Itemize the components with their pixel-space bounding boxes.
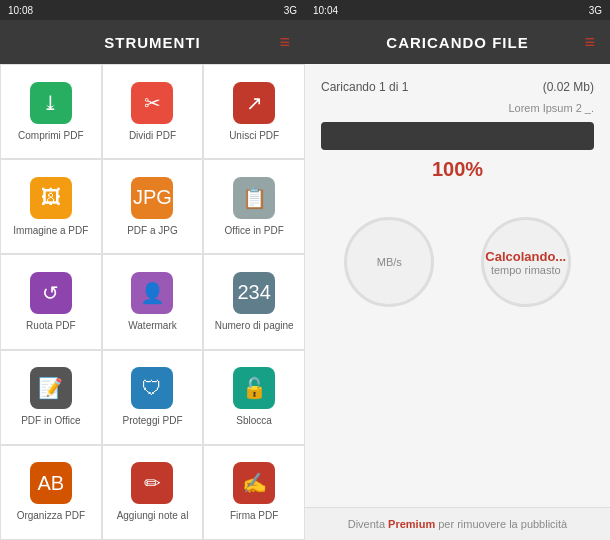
dividi-pdf-label: Dividi PDF (129, 129, 176, 142)
organizza-pdf-label: Organizza PDF (17, 509, 85, 522)
tool-cell-ruota-pdf[interactable]: ↺Ruota PDF (0, 254, 102, 349)
tool-cell-watermark[interactable]: 👤Watermark (102, 254, 204, 349)
tool-cell-office-in-pdf[interactable]: 📋Office in PDF (203, 159, 305, 254)
signal-right: 3G (284, 5, 297, 16)
numero-di-pagine-icon: 234 (233, 272, 275, 314)
left-menu-icon[interactable]: ≡ (584, 32, 596, 53)
tool-cell-numero-di-pagine[interactable]: 234Numero di pagine (203, 254, 305, 349)
left-content: Caricando 1 di 1 (0.02 Mb) Lorem Ipsum 2… (305, 64, 610, 507)
aggiungi-note-label: Aggiungi note al (117, 509, 189, 522)
organizza-pdf-icon: AB (30, 462, 72, 504)
watermark-icon: 👤 (131, 272, 173, 314)
unisci-pdf-icon: ↗ (233, 82, 275, 124)
progress-bar-fill (321, 122, 594, 150)
circle-speed-label: MB/s (377, 256, 402, 268)
tool-cell-pdf-a-jpg[interactable]: JPGPDF a JPG (102, 159, 204, 254)
watermark-label: Watermark (128, 319, 177, 332)
right-panel: 10:08 3G STRUMENTI ≡ ⤓Comprimi PDF✂Divid… (0, 0, 305, 540)
time-right: 10:08 (8, 5, 33, 16)
file-info: Caricando 1 di 1 (0.02 Mb) (321, 80, 594, 94)
percent-text: 100% (321, 158, 594, 181)
firma-pdf-label: Firma PDF (230, 509, 278, 522)
tool-cell-proteggi-pdf[interactable]: 🛡Proteggi PDF (102, 350, 204, 445)
status-bar-left: 10:04 3G (305, 0, 610, 20)
left-panel: 10:04 3G CARICANDO FILE ≡ Caricando 1 di… (305, 0, 610, 540)
office-in-pdf-label: Office in PDF (225, 224, 284, 237)
immagine-a-pdf-icon: 🖼 (30, 177, 72, 219)
circle-speed: MB/s (344, 217, 434, 307)
unisci-pdf-label: Unisci PDF (229, 129, 279, 142)
sblocca-icon: 🔓 (233, 367, 275, 409)
ruota-pdf-label: Ruota PDF (26, 319, 75, 332)
progress-bar-container (321, 122, 594, 150)
comprimi-pdf-label: Comprimi PDF (18, 129, 84, 142)
circle-time-value: Calcolando... (485, 249, 566, 264)
premium-link[interactable]: Premium (388, 518, 435, 530)
tool-cell-sblocca[interactable]: 🔓Sblocca (203, 350, 305, 445)
tool-cell-firma-pdf[interactable]: ✍Firma PDF (203, 445, 305, 540)
file-size: (0.02 Mb) (543, 80, 594, 94)
signal-left: 3G (589, 5, 602, 16)
file-subtitle: Lorem Ipsum 2 _. (321, 102, 594, 114)
office-in-pdf-icon: 📋 (233, 177, 275, 219)
tool-cell-organizza-pdf[interactable]: ABOrganizza PDF (0, 445, 102, 540)
promo-bar: Diventa Premium per rimuovere la pubblic… (305, 507, 610, 540)
aggiungi-note-icon: ✏ (131, 462, 173, 504)
proteggi-pdf-icon: 🛡 (131, 367, 173, 409)
immagine-a-pdf-label: Immagine a PDF (13, 224, 88, 237)
pdf-a-jpg-icon: JPG (131, 177, 173, 219)
right-menu-icon[interactable]: ≡ (279, 32, 291, 53)
firma-pdf-icon: ✍ (233, 462, 275, 504)
tool-cell-dividi-pdf[interactable]: ✂Dividi PDF (102, 64, 204, 159)
time-left: 10:04 (313, 5, 338, 16)
tool-cell-pdf-in-office[interactable]: 📝PDF in Office (0, 350, 102, 445)
left-header: CARICANDO FILE ≡ (305, 20, 610, 64)
numero-di-pagine-label: Numero di pagine (215, 319, 294, 332)
pdf-a-jpg-label: PDF a JPG (127, 224, 178, 237)
tool-cell-unisci-pdf[interactable]: ↗Unisci PDF (203, 64, 305, 159)
promo-suffix: per rimuovere la pubblicità (435, 518, 567, 530)
tools-grid: ⤓Comprimi PDF✂Dividi PDF↗Unisci PDF🖼Imma… (0, 64, 305, 540)
ruota-pdf-icon: ↺ (30, 272, 72, 314)
circle-time: Calcolando... tempo rimasto (481, 217, 571, 307)
tool-cell-immagine-a-pdf[interactable]: 🖼Immagine a PDF (0, 159, 102, 254)
right-title: STRUMENTI (104, 34, 201, 51)
proteggi-pdf-label: Proteggi PDF (122, 414, 182, 427)
tool-cell-aggiungi-note[interactable]: ✏Aggiungi note al (102, 445, 204, 540)
circle-time-label: tempo rimasto (491, 264, 561, 276)
right-header: STRUMENTI ≡ (0, 20, 305, 64)
status-bar-right: 10:08 3G (0, 0, 305, 20)
pdf-in-office-icon: 📝 (30, 367, 72, 409)
pdf-in-office-label: PDF in Office (21, 414, 80, 427)
tool-cell-comprimi-pdf[interactable]: ⤓Comprimi PDF (0, 64, 102, 159)
sblocca-label: Sblocca (236, 414, 272, 427)
circles-row: MB/s Calcolando... tempo rimasto (321, 217, 594, 307)
promo-text: Diventa (348, 518, 388, 530)
file-name: Caricando 1 di 1 (321, 80, 408, 94)
left-title: CARICANDO FILE (386, 34, 528, 51)
comprimi-pdf-icon: ⤓ (30, 82, 72, 124)
dividi-pdf-icon: ✂ (131, 82, 173, 124)
